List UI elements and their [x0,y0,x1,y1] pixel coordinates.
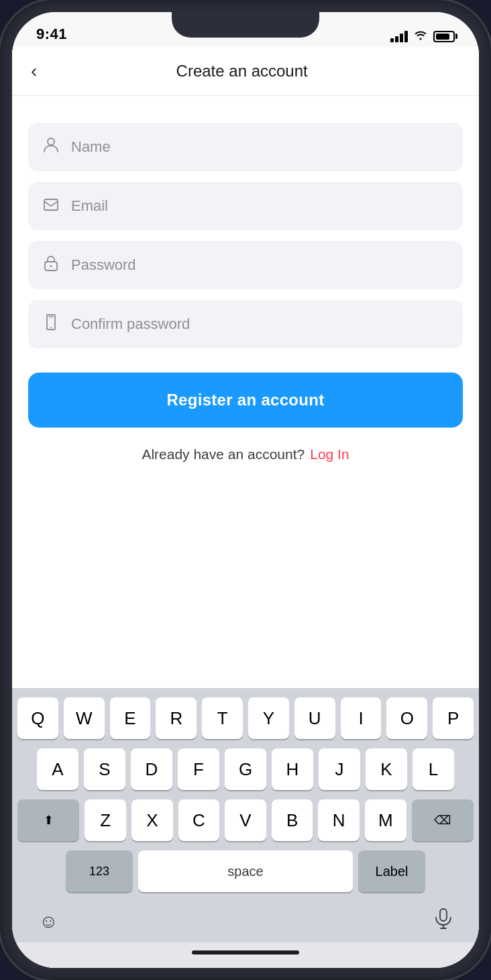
key-c[interactable]: C [178,799,220,841]
label-key[interactable]: Label [358,850,425,892]
key-z[interactable]: Z [85,799,126,841]
keyboard-row-2: A S D F G H J K L [17,748,474,790]
key-o[interactable]: O [386,697,427,739]
confirm-password-input-group [28,300,463,348]
svg-rect-1 [44,199,58,210]
key-x[interactable]: X [131,799,173,841]
svg-point-3 [50,265,52,267]
key-f[interactable]: F [178,748,219,790]
key-v[interactable]: V [225,799,266,841]
svg-rect-6 [440,909,447,921]
login-link[interactable]: Log In [310,446,349,462]
user-icon [42,137,60,157]
key-t[interactable]: T [202,697,243,739]
lock-icon [42,255,60,275]
name-input-group [28,123,463,171]
keyboard: Q W E R T Y U I O P A S D F G [12,688,479,942]
key-g[interactable]: G [225,748,266,790]
login-row: Already have an account? Log In [28,446,463,462]
svg-point-4 [50,327,52,328]
keyboard-bottom: ☺ [17,901,474,942]
key-l[interactable]: L [413,748,454,790]
key-q[interactable]: Q [17,697,58,739]
email-icon [42,197,60,215]
page-title: Create an account [48,62,436,81]
battery-icon [433,31,455,42]
key-i[interactable]: I [341,697,382,739]
key-m[interactable]: M [365,799,406,841]
key-a[interactable]: A [37,748,78,790]
key-s[interactable]: S [84,748,125,790]
wifi-icon [413,30,428,43]
key-k[interactable]: K [366,748,407,790]
shift-key[interactable]: ⬆ [17,799,79,841]
key-n[interactable]: N [318,799,360,841]
form-area: Register an account Already have an acco… [12,96,479,688]
key-j[interactable]: J [319,748,360,790]
backspace-key[interactable]: ⌫ [412,799,474,841]
email-input[interactable] [71,197,449,215]
password-input[interactable] [71,256,449,274]
svg-point-0 [48,138,54,145]
keyboard-row-4: 123 space Label [17,850,474,892]
home-indicator [12,942,479,968]
numbers-key[interactable]: 123 [66,850,133,892]
app-content: ‹ Create an account [12,47,479,968]
microphone-icon[interactable] [435,908,452,934]
home-bar [192,950,299,954]
key-u[interactable]: U [294,697,335,739]
password-input-group [28,241,463,289]
keyboard-row-1: Q W E R T Y U I O P [17,697,474,739]
emoji-icon[interactable]: ☺ [39,911,58,932]
status-time: 9:41 [36,26,67,43]
register-button[interactable]: Register an account [28,373,463,428]
status-icons [390,30,455,43]
key-e[interactable]: E [110,697,151,739]
phone-frame: 9:41 [0,0,491,980]
key-p[interactable]: P [433,697,474,739]
signal-icon [390,30,408,42]
phone-icon [42,314,60,334]
key-b[interactable]: B [272,799,313,841]
already-account-text: Already have an account? [142,446,305,462]
confirm-password-input[interactable] [71,315,449,333]
phone-screen: 9:41 [12,12,479,968]
key-d[interactable]: D [131,748,172,790]
name-input[interactable] [71,138,449,156]
email-input-group [28,182,463,230]
keyboard-row-3: ⬆ Z X C V B N M ⌫ [17,799,474,841]
space-key[interactable]: space [138,850,353,892]
key-y[interactable]: Y [248,697,289,739]
key-w[interactable]: W [64,697,105,739]
key-r[interactable]: R [156,697,197,739]
nav-bar: ‹ Create an account [12,47,479,96]
back-button[interactable]: ‹ [28,58,48,85]
notch [172,12,319,38]
key-h[interactable]: H [272,748,313,790]
